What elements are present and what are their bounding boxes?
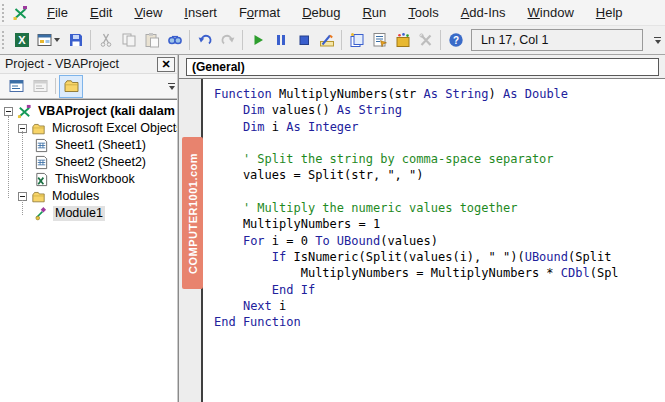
toolbar-separator <box>242 30 243 50</box>
code-line: ' Multiply the numeric values together <box>214 200 665 216</box>
design-mode-icon[interactable] <box>315 29 338 51</box>
toggle-folders-icon[interactable] <box>59 75 83 98</box>
save-icon[interactable] <box>64 29 87 51</box>
code-line: Next i <box>214 298 665 314</box>
project-explorer-icon[interactable] <box>345 29 368 51</box>
code-line: End If <box>214 282 665 298</box>
toolbox-icon <box>414 29 437 51</box>
toolbar-separator <box>189 30 190 50</box>
insert-dropdown-caret-icon[interactable] <box>54 38 60 42</box>
worksheet-icon <box>34 155 50 170</box>
close-icon[interactable]: ✕ <box>157 57 175 72</box>
code-line <box>214 184 665 200</box>
menu-run[interactable]: Run <box>351 1 397 24</box>
tree-guide <box>22 131 23 180</box>
tree-guide <box>22 200 23 215</box>
tree-item-module1[interactable]: Module1 <box>0 205 177 222</box>
project-tree: VBAProject (kali dalam s Microsoft Excel… <box>0 99 177 402</box>
tree-item-sheet1[interactable]: Sheet1 (Sheet1) <box>0 137 177 154</box>
menubar-gripper[interactable] <box>2 4 7 22</box>
collapse-icon[interactable] <box>4 107 13 116</box>
project-explorer-panel: Project - VBAProject ✕ VBAProject (kali … <box>0 55 178 402</box>
toolbar-separator <box>341 30 342 50</box>
redo-icon <box>216 29 239 51</box>
properties-window-icon[interactable] <box>368 29 391 51</box>
vba-editor-window: File Edit View Insert Format Debug Run T… <box>0 0 665 402</box>
break-icon[interactable] <box>269 29 292 51</box>
undo-icon[interactable] <box>193 29 216 51</box>
code-line: Function MultiplyNumbers(str As String) … <box>214 86 665 102</box>
code-line: ' Split the string by comma-space separa… <box>214 151 665 167</box>
reset-icon[interactable] <box>292 29 315 51</box>
view-code-icon[interactable] <box>4 76 28 97</box>
code-window-header: (General) <box>179 55 665 79</box>
project-panel-title: Project - VBAProject <box>5 57 157 71</box>
find-icon[interactable] <box>163 29 186 51</box>
worksheet-icon <box>34 138 50 153</box>
standard-toolbar: Ln 17, Col 1 <box>0 26 665 55</box>
object-browser-icon[interactable] <box>391 29 414 51</box>
tree-item-vbaproject[interactable]: VBAProject (kali dalam s <box>0 103 177 120</box>
folder-icon <box>31 121 47 136</box>
toolbar-separator <box>90 30 91 50</box>
code-line: MultiplyNumbers = 1 <box>214 216 665 232</box>
menu-tools[interactable]: Tools <box>397 1 449 24</box>
view-object-icon <box>28 76 52 97</box>
project-toolbar-options-icon[interactable] <box>166 75 177 97</box>
watermark-ribbon: COMPUTER1001.com <box>182 137 203 289</box>
view-microsoft-excel-icon[interactable] <box>10 29 33 51</box>
menu-add-ins[interactable]: Add-Ins <box>450 1 517 24</box>
object-dropdown[interactable]: (General) <box>186 58 659 76</box>
code-line <box>214 135 665 151</box>
workbook-icon <box>34 172 50 187</box>
menu-file[interactable]: File <box>36 1 79 24</box>
folder-icon <box>31 189 47 204</box>
tree-item-thisworkbook[interactable]: ThisWorkbook <box>0 171 177 188</box>
code-text[interactable]: Function MultiplyNumbers(str As String) … <box>203 79 665 402</box>
menu-view[interactable]: View <box>123 1 173 24</box>
toolbar-gripper[interactable] <box>2 31 7 49</box>
help-icon[interactable] <box>444 29 467 51</box>
project-panel-toolbar <box>0 74 177 99</box>
code-line: MultiplyNumbers = MultiplyNumbers * CDbl… <box>214 265 665 281</box>
code-line: Dim values() As String <box>214 102 665 118</box>
code-line: For i = 0 To UBound(values) <box>214 233 665 249</box>
code-window: (General) Function MultiplyNumbers(str A… <box>178 55 665 402</box>
insert-userform-icon[interactable] <box>33 29 64 51</box>
copy-icon <box>117 29 140 51</box>
code-line: End Function <box>214 314 665 330</box>
main-area: Project - VBAProject ✕ VBAProject (kali … <box>0 55 665 402</box>
tree-item-modules[interactable]: Modules <box>0 188 177 205</box>
menu-edit[interactable]: Edit <box>79 1 123 24</box>
line-column-indicator: Ln 17, Col 1 <box>471 29 643 51</box>
code-area: Function MultiplyNumbers(str As String) … <box>179 79 665 402</box>
code-line: If IsNumeric(Split(values(i), " ")(UBoun… <box>214 249 665 265</box>
menu-debug[interactable]: Debug <box>291 1 351 24</box>
menu-help[interactable]: Help <box>585 1 634 24</box>
menu-format[interactable]: Format <box>228 1 291 24</box>
module-icon <box>34 206 50 221</box>
toolbar-separator <box>55 78 56 94</box>
tree-guide <box>8 116 9 198</box>
paste-icon <box>140 29 163 51</box>
cut-icon <box>94 29 117 51</box>
run-icon[interactable] <box>246 29 269 51</box>
menu-bar: File Edit View Insert Format Debug Run T… <box>0 0 665 26</box>
tree-item-excel-objects[interactable]: Microsoft Excel Objects <box>0 120 177 137</box>
toolbar-options-icon[interactable] <box>652 29 663 51</box>
project-panel-titlebar: Project - VBAProject ✕ <box>0 55 177 74</box>
menu-window[interactable]: Window <box>517 1 585 24</box>
vba-app-icon <box>12 5 30 21</box>
toolbar-separator <box>440 30 441 50</box>
menu-insert[interactable]: Insert <box>173 1 228 24</box>
code-line: values = Split(str, ", ") <box>214 167 665 183</box>
vba-project-icon <box>17 104 33 119</box>
tree-item-sheet2[interactable]: Sheet2 (Sheet2) <box>0 154 177 171</box>
code-line: Dim i As Integer <box>214 119 665 135</box>
